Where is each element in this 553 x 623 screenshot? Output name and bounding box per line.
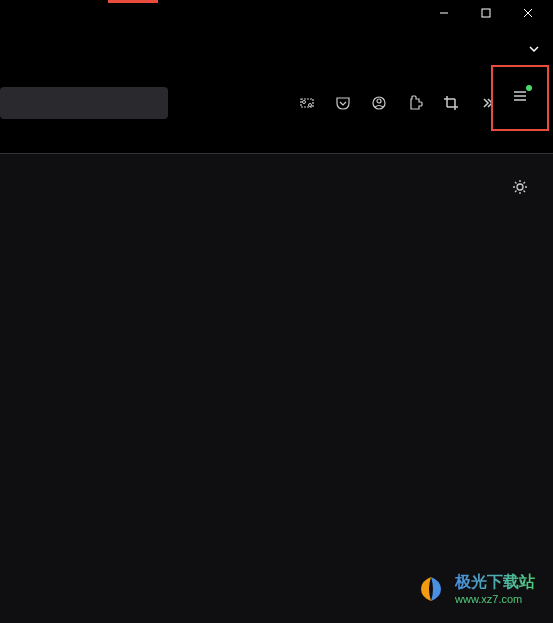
- maximize-button[interactable]: [465, 0, 507, 26]
- svg-point-8: [377, 99, 381, 103]
- toolbar: [0, 76, 553, 129]
- svg-point-5: [303, 100, 306, 103]
- titlebar: [0, 0, 553, 26]
- separator: [0, 129, 553, 154]
- tabbar: [0, 26, 553, 76]
- watermark-text: 极光下载站 www.xz7.com: [455, 572, 535, 605]
- settings-gear-icon[interactable]: [511, 178, 529, 200]
- search-input[interactable]: [0, 87, 168, 119]
- tab-indicator: [108, 0, 158, 3]
- pocket-icon[interactable]: [335, 95, 351, 111]
- account-icon[interactable]: [371, 95, 387, 111]
- watermark-title: 极光下载站: [455, 572, 535, 593]
- svg-point-6: [309, 103, 312, 106]
- hamburger-menu-button[interactable]: [512, 88, 528, 108]
- svg-point-16: [517, 184, 523, 190]
- crop-icon[interactable]: [443, 95, 459, 111]
- svg-rect-1: [482, 9, 490, 17]
- notification-dot-icon: [526, 85, 532, 91]
- watermark: 极光下载站 www.xz7.com: [415, 572, 535, 605]
- watermark-url: www.xz7.com: [455, 593, 535, 605]
- chevron-down-icon[interactable]: [527, 42, 541, 60]
- extension-icon[interactable]: [407, 95, 423, 111]
- screenshot-icon[interactable]: [299, 95, 315, 111]
- close-button[interactable]: [507, 0, 549, 26]
- content-area: 极光下载站 www.xz7.com: [0, 154, 553, 623]
- menu-highlight-box: [491, 65, 549, 131]
- watermark-logo-icon: [415, 573, 447, 605]
- minimize-button[interactable]: [423, 0, 465, 26]
